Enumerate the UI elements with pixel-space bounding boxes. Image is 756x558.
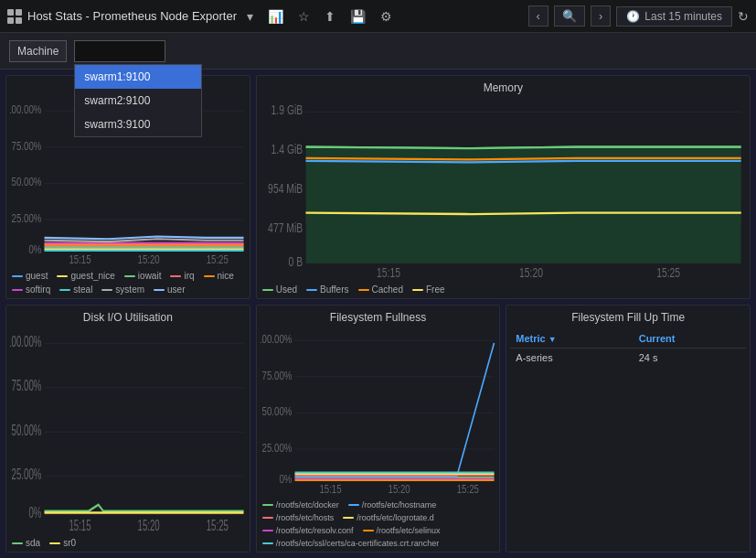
legend-resolv: /rootfs/etc/resolv.conf — [262, 526, 354, 535]
bar-chart-icon[interactable]: 📊 — [263, 6, 288, 27]
svg-text:0%: 0% — [279, 473, 292, 486]
dropdown-arrow-btn[interactable]: ▾ — [242, 6, 258, 27]
legend-guest-nice: guest_nice — [57, 271, 114, 281]
svg-text:50.00%: 50.00% — [261, 405, 292, 418]
svg-text:477 MiB: 477 MiB — [268, 221, 303, 236]
nav-back-btn[interactable]: ‹ — [528, 5, 548, 27]
memory-panel: Memory 1.9 GiB 1.4 GiB 954 MiB 477 MiB 0… — [256, 75, 751, 299]
legend-system: system — [101, 284, 144, 295]
svg-text:15:15: 15:15 — [69, 253, 91, 266]
svg-text:15:20: 15:20 — [138, 253, 160, 266]
svg-text:0 B: 0 B — [288, 254, 303, 269]
metric-cell: A-series — [510, 349, 633, 368]
svg-text:75.00%: 75.00% — [12, 378, 42, 394]
filesystem-panel-title: Filesystem Fullness — [257, 306, 500, 326]
legend-softirq: softirq — [12, 284, 50, 295]
header-title: Host Stats - Prometheus Node Exporter — [27, 9, 237, 23]
machine-input[interactable] — [74, 40, 165, 62]
legend-sr0: sr0 — [49, 538, 76, 548]
svg-text:25.00%: 25.00% — [12, 212, 42, 225]
toolbar: Machine swarm1:9100swarm2:9100swarm3:910… — [0, 33, 756, 70]
svg-text:15:15: 15:15 — [377, 266, 400, 280]
main-content: CPU 100.00% 75.00% 50.00% 25.00% 0% 15:1… — [0, 70, 756, 558]
disk-panel-title: Disk I/O Utilisation — [6, 306, 250, 326]
legend-free: Free — [412, 284, 445, 295]
fillup-table: Metric ▼ Current A-series 24 s — [510, 329, 746, 367]
filesystem-panel: Filesystem Fullness 100.00% 75.00% 50.00… — [256, 305, 501, 553]
legend-nice: nice — [204, 271, 234, 281]
svg-text:50.00%: 50.00% — [12, 176, 42, 188]
svg-text:15:25: 15:25 — [456, 483, 478, 496]
memory-svg: 1.9 GiB 1.4 GiB 954 MiB 477 MiB 0 B 15:1… — [261, 98, 746, 280]
svg-text:25.00%: 25.00% — [261, 442, 292, 455]
filesystem-legend: /rootfs/etc/docker /rootfs/etc/hostname … — [257, 498, 500, 552]
svg-text:15:20: 15:20 — [388, 483, 410, 496]
cpu-legend: guest guest_nice iowait irq nice softirq — [6, 268, 250, 298]
svg-text:50.00%: 50.00% — [12, 422, 42, 438]
table-row: A-series 24 s — [510, 349, 746, 368]
legend-hostname: /rootfs/etc/hostname — [348, 500, 437, 510]
dropdown-item-1[interactable]: swarm2:9100 — [75, 89, 201, 113]
svg-text:0%: 0% — [28, 504, 41, 520]
svg-text:100.00%: 100.00% — [10, 333, 42, 349]
legend-docker: /rootfs/etc/docker — [262, 500, 339, 510]
svg-text:15:25: 15:25 — [656, 266, 680, 280]
clock-icon: 🕐 — [626, 10, 640, 23]
memory-chart: 1.9 GiB 1.4 GiB 954 MiB 477 MiB 0 B 15:1… — [257, 96, 750, 282]
logo-icon — [7, 9, 22, 24]
current-cell: 24 s — [634, 349, 746, 368]
nav-zoom-btn[interactable]: 🔍 — [554, 5, 585, 27]
time-range: 🕐 Last 15 minutes — [616, 6, 732, 27]
svg-text:25.00%: 25.00% — [12, 467, 42, 483]
filesystem-svg: 100.00% 75.00% 50.00% 25.00% 0% 15:15 15… — [261, 327, 496, 496]
legend-user: user — [154, 284, 185, 295]
col-current-header[interactable]: Current — [634, 329, 746, 349]
fillup-table-wrapper: Metric ▼ Current A-series 24 s — [506, 326, 750, 370]
fillup-panel-title: Filesystem Fill Up Time — [506, 306, 750, 326]
machine-label: Machine — [9, 40, 67, 62]
svg-text:15:25: 15:25 — [207, 517, 229, 533]
legend-cached: Cached — [358, 284, 403, 295]
legend-buffers: Buffers — [306, 284, 349, 295]
disk-svg: 100.00% 75.00% 50.00% 25.00% 0% 15:15 15… — [10, 327, 246, 533]
header: Host Stats - Prometheus Node Exporter ▾ … — [0, 0, 756, 33]
machine-dropdown-wrapper: swarm1:9100swarm2:9100swarm3:9100 — [74, 40, 165, 62]
dropdown-item-0[interactable]: swarm1:9100 — [75, 65, 201, 89]
machine-dropdown-menu: swarm1:9100swarm2:9100swarm3:9100 — [74, 64, 202, 137]
share-icon[interactable]: ⬆ — [320, 6, 340, 27]
legend-irq: irq — [170, 271, 194, 281]
disk-chart: 100.00% 75.00% 50.00% 25.00% 0% 15:15 15… — [6, 326, 250, 535]
memory-panel-title: Memory — [257, 76, 750, 96]
fillup-table-body: A-series 24 s — [510, 349, 746, 368]
star-icon[interactable]: ☆ — [293, 6, 314, 27]
legend-used: Used — [262, 284, 297, 295]
legend-guest: guest — [12, 271, 48, 281]
svg-text:1.9 GiB: 1.9 GiB — [271, 103, 303, 118]
fillup-panel: Filesystem Fill Up Time Metric ▼ Current — [506, 305, 751, 553]
dropdown-item-2[interactable]: swarm3:9100 — [75, 113, 201, 136]
legend-ssl: /rootfs/etc/ssl/certs/ca-certificates.cr… — [262, 539, 440, 548]
filesystem-chart: 100.00% 75.00% 50.00% 25.00% 0% 15:15 15… — [257, 326, 500, 498]
save-icon[interactable]: 💾 — [346, 6, 370, 27]
legend-hosts: /rootfs/etc/hosts — [262, 513, 335, 522]
legend-sda: sda — [12, 538, 40, 548]
legend-iowait: iowait — [124, 271, 162, 281]
refresh-btn[interactable]: ↻ — [738, 9, 749, 24]
legend-selinux: /rootfs/etc/selinux — [363, 526, 441, 535]
svg-text:0%: 0% — [28, 243, 41, 256]
col-metric-header[interactable]: Metric ▼ — [510, 329, 633, 349]
svg-text:100.00%: 100.00% — [261, 333, 292, 346]
legend-logrotate: /rootfs/etc/logrotate.d — [343, 513, 434, 522]
svg-text:1.4 GiB: 1.4 GiB — [271, 143, 303, 157]
svg-text:15:20: 15:20 — [519, 266, 543, 280]
settings-icon[interactable]: ⚙ — [376, 6, 397, 27]
svg-text:100.00%: 100.00% — [10, 103, 41, 116]
sort-icon: ▼ — [548, 335, 557, 344]
svg-text:15:15: 15:15 — [69, 517, 91, 533]
nav-fwd-btn[interactable]: › — [591, 5, 611, 27]
svg-marker-28 — [305, 148, 740, 263]
disk-panel: Disk I/O Utilisation 100.00% 75.00% 50.0… — [5, 305, 250, 553]
time-range-label: Last 15 minutes — [644, 10, 722, 23]
svg-text:15:25: 15:25 — [207, 253, 229, 266]
svg-text:15:20: 15:20 — [138, 517, 160, 533]
